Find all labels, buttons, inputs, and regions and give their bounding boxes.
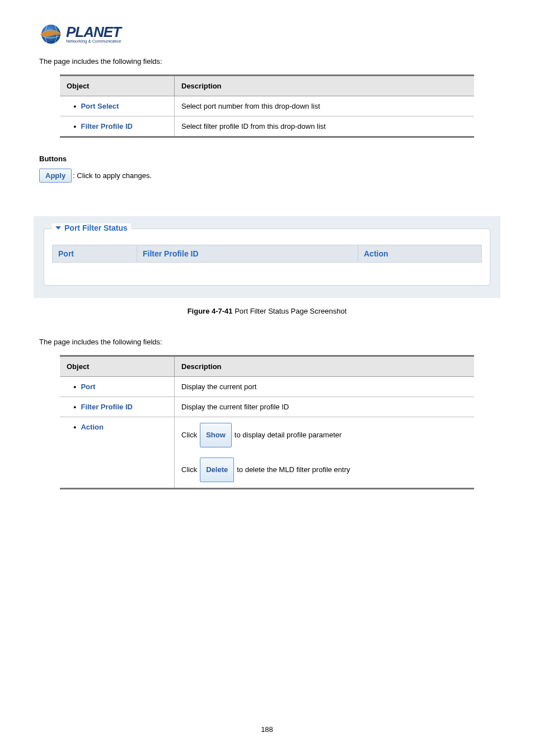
buttons-heading: Buttons: [39, 155, 495, 163]
delete-button[interactable]: Delete: [200, 458, 234, 482]
table-row: ●Port Display the current port: [60, 377, 474, 397]
apply-button[interactable]: Apply: [39, 169, 72, 183]
field-name: Port: [81, 382, 95, 391]
logo-text: PLANET: [66, 25, 121, 39]
field-desc: Display the current filter profile ID: [175, 397, 475, 417]
show-button[interactable]: Show: [200, 423, 232, 447]
table-row: ●Action Click Show to display detail pro…: [60, 417, 474, 489]
th-description: Description: [175, 356, 475, 377]
show-desc: to display detail profile parameter: [235, 426, 342, 445]
field-desc: Display the current port: [175, 377, 475, 397]
bullet-icon: ●: [73, 424, 76, 430]
fields-table-1: Object Description ●Port Select Select p…: [60, 74, 474, 138]
bullet-icon: ●: [73, 124, 76, 129]
field-name: Port Select: [81, 102, 119, 110]
fields-table-2: Object Description ●Port Display the cur…: [60, 355, 474, 489]
caption-rest: Port Filter Status Page Screenshot: [233, 307, 347, 315]
th-description: Description: [175, 76, 475, 96]
intro-text-1: The page includes the following fields:: [39, 57, 495, 66]
th-port: Port: [53, 245, 137, 263]
port-filter-status-table: Port Filter Profile ID Action: [52, 245, 482, 263]
globe-icon: [39, 22, 63, 46]
bullet-icon: ●: [73, 384, 76, 390]
logo: PLANET Networking & Communication: [39, 22, 495, 46]
panel-title: Port Filter Status: [64, 223, 128, 232]
screenshot-panel-wrap: Port Filter Status Port Filter Profile I…: [34, 216, 500, 298]
field-name: Action: [81, 423, 103, 431]
field-desc: Select filter profile ID from this drop-…: [175, 116, 475, 137]
bullet-icon: ●: [73, 404, 76, 410]
intro-text-2: The page includes the following fields:: [39, 338, 495, 346]
table-row: ●Filter Profile ID Display the current f…: [60, 397, 474, 417]
figure-caption: Figure 4-7-41 Port Filter Status Page Sc…: [39, 307, 495, 315]
th-filter-profile-id: Filter Profile ID: [137, 245, 358, 263]
logo-subtext: Networking & Communication: [66, 39, 121, 44]
chevron-down-icon: [55, 226, 61, 230]
th-object: Object: [60, 76, 175, 96]
port-filter-status-panel: Port Filter Status Port Filter Profile I…: [44, 228, 490, 286]
caption-bold: Figure 4-7-41: [188, 307, 233, 315]
page-number: 188: [0, 725, 534, 734]
table-row: ●Filter Profile ID Select filter profile…: [60, 116, 474, 137]
th-action: Action: [358, 245, 482, 263]
th-object: Object: [60, 356, 175, 377]
field-name: Filter Profile ID: [81, 122, 132, 130]
apply-description: : Click to apply changes.: [73, 171, 152, 180]
click-text: Click: [181, 460, 197, 479]
field-desc: Select port number from this drop-down l…: [175, 96, 475, 116]
bullet-icon: ●: [73, 104, 76, 109]
click-text: Click: [181, 426, 197, 445]
table-row: ●Port Select Select port number from thi…: [60, 96, 474, 116]
field-name: Filter Profile ID: [81, 403, 132, 411]
delete-desc: to delete the MLD filter profile entry: [237, 460, 350, 479]
